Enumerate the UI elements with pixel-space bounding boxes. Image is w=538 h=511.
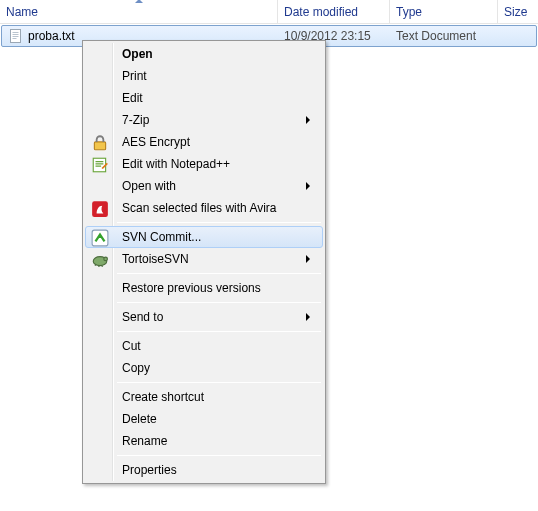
menu-label: Scan selected files with Avira (122, 201, 322, 215)
menu-label: Print (122, 69, 322, 83)
sort-ascending-icon (135, 0, 143, 3)
submenu-arrow-icon (306, 255, 310, 263)
menu-label: Open (122, 47, 322, 61)
separator (117, 222, 321, 223)
menu-label: TortoiseSVN (122, 252, 306, 266)
menu-label: Rename (122, 434, 322, 448)
menu-item-delete[interactable]: Delete (85, 408, 323, 430)
menu-item-notepadpp[interactable]: Edit with Notepad++ (85, 153, 323, 175)
notepad-icon (91, 156, 109, 174)
submenu-arrow-icon (306, 313, 310, 321)
svn-commit-icon (91, 229, 109, 247)
menu-label: Open with (122, 179, 306, 193)
separator (117, 302, 321, 303)
menu-item-restore-versions[interactable]: Restore previous versions (85, 277, 323, 299)
file-name-label: proba.txt (28, 29, 75, 43)
menu-item-svn-commit[interactable]: SVN Commit... (85, 226, 323, 248)
menu-item-create-shortcut[interactable]: Create shortcut (85, 386, 323, 408)
menu-item-tortoisesvn[interactable]: TortoiseSVN (85, 248, 323, 270)
column-label: Type (396, 5, 422, 19)
menu-label: Delete (122, 412, 322, 426)
text-file-icon (8, 28, 24, 44)
menu-item-aes-encrypt[interactable]: AES Encrypt (85, 131, 323, 153)
column-header-row: Name Date modified Type Size (0, 0, 538, 24)
menu-item-properties[interactable]: Properties (85, 459, 323, 481)
menu-label: Restore previous versions (122, 281, 322, 295)
menu-item-7zip[interactable]: 7-Zip (85, 109, 323, 131)
menu-item-edit[interactable]: Edit (85, 87, 323, 109)
menu-item-cut[interactable]: Cut (85, 335, 323, 357)
menu-label: Copy (122, 361, 322, 375)
column-header-size[interactable]: Size (498, 0, 538, 23)
svg-rect-2 (93, 158, 105, 172)
separator (117, 382, 321, 383)
submenu-arrow-icon (306, 116, 310, 124)
submenu-arrow-icon (306, 182, 310, 190)
svg-point-6 (104, 257, 108, 261)
menu-label: SVN Commit... (122, 230, 322, 244)
menu-label: Send to (122, 310, 306, 324)
menu-label: AES Encrypt (122, 135, 322, 149)
menu-item-open[interactable]: Open (85, 43, 323, 65)
column-label: Size (504, 5, 527, 19)
menu-item-send-to[interactable]: Send to (85, 306, 323, 328)
avira-icon (91, 200, 109, 218)
separator (117, 455, 321, 456)
column-header-date[interactable]: Date modified (278, 0, 390, 23)
menu-item-print[interactable]: Print (85, 65, 323, 87)
column-header-type[interactable]: Type (390, 0, 498, 23)
menu-label: 7-Zip (122, 113, 306, 127)
context-menu: Open Print Edit 7-Zip AES Encrypt Edit w… (82, 40, 326, 484)
menu-label: Cut (122, 339, 322, 353)
menu-label: Edit with Notepad++ (122, 157, 322, 171)
column-label: Date modified (284, 5, 358, 19)
svg-rect-1 (94, 142, 105, 150)
file-type-label: Text Document (390, 29, 498, 43)
tortoisesvn-icon (91, 251, 109, 269)
menu-label: Properties (122, 463, 322, 477)
menu-label: Edit (122, 91, 322, 105)
menu-item-open-with[interactable]: Open with (85, 175, 323, 197)
column-header-name[interactable]: Name (0, 0, 278, 23)
menu-item-avira[interactable]: Scan selected files with Avira (85, 197, 323, 219)
menu-label: Create shortcut (122, 390, 322, 404)
menu-item-rename[interactable]: Rename (85, 430, 323, 452)
lock-icon (91, 134, 109, 152)
separator (117, 273, 321, 274)
column-label: Name (6, 5, 38, 19)
separator (117, 331, 321, 332)
menu-item-copy[interactable]: Copy (85, 357, 323, 379)
